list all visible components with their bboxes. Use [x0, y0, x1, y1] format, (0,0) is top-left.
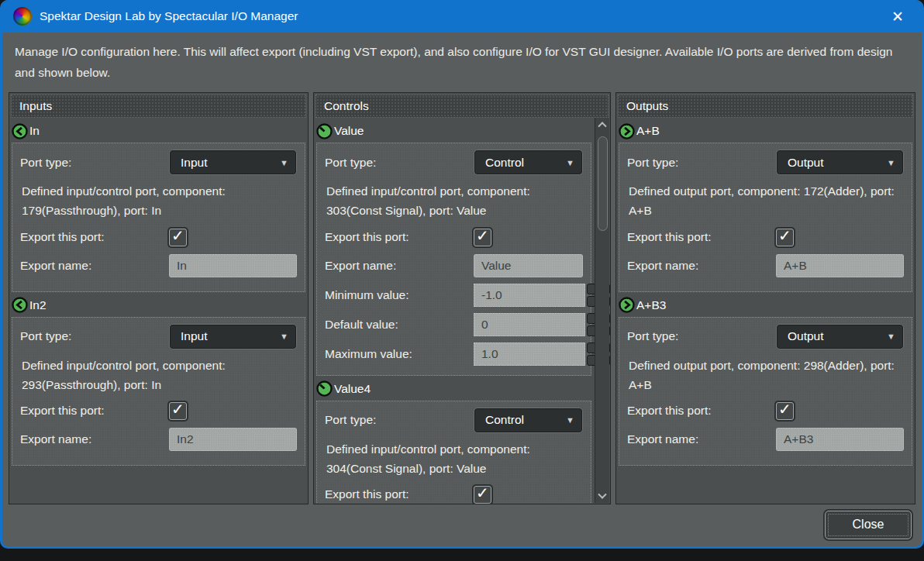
port-type-dropdown[interactable]: Input ▼	[169, 324, 297, 349]
export-port-checkbox[interactable]: ✓	[169, 229, 187, 246]
export-name-row: Export name: In2	[12, 428, 305, 451]
export-port-label: Export this port:	[20, 230, 169, 244]
port-name: A+B3	[636, 298, 666, 312]
port-type-label: Port type:	[20, 329, 169, 343]
port-description: Defined output port, component: 298(Adde…	[619, 356, 912, 398]
default-value-input[interactable]: 0	[474, 313, 585, 336]
minimum-value-input[interactable]: -1.0	[474, 284, 585, 307]
window-close-button[interactable]: ✕	[884, 8, 911, 26]
export-name-input[interactable]: A+B	[776, 254, 904, 277]
port-name: Value4	[334, 382, 371, 396]
export-name-row: Export name: A+B	[619, 254, 912, 277]
outputs-column: Outputs A+B Port type: Output ▼ Defined …	[615, 92, 915, 504]
port-entry-header: In2	[9, 294, 308, 317]
minimum-value-row: Minimum value: -1.0 ▲ ▼	[317, 284, 591, 307]
titlebar: Spektar Design Lab by Spectacular I/O Ma…	[2, 0, 922, 33]
export-name-input[interactable]: In	[169, 254, 297, 277]
export-port-checkbox[interactable]: ✓	[776, 229, 794, 246]
export-port-row: Export this port: ✓	[619, 402, 912, 420]
port-entry-header: Value4	[314, 377, 594, 401]
export-name-label: Export name:	[325, 259, 474, 273]
export-name-row: Export name: In	[12, 254, 305, 277]
io-manager-dialog: Spektar Design Lab by Spectacular I/O Ma…	[0, 0, 924, 549]
export-port-checkbox[interactable]: ✓	[776, 402, 794, 420]
checkmark-icon: ✓	[476, 485, 489, 501]
scroll-up-button[interactable]	[595, 118, 609, 130]
port-type-row: Port type: Control ▼	[317, 150, 591, 175]
export-name-input[interactable]: A+B3	[776, 428, 904, 451]
output-port-icon	[619, 123, 635, 139]
port-entry-body: Port type: Output ▼ Defined output port,…	[619, 317, 912, 466]
controls-scrollbar[interactable]	[595, 118, 609, 503]
port-entry-body: Port type: Control ▼ Defined input/contr…	[316, 143, 591, 375]
export-name-input[interactable]: Value	[474, 254, 583, 277]
port-name: In	[29, 124, 40, 138]
port-entry-body: Port type: Control ▼ Defined input/contr…	[316, 401, 591, 505]
export-port-checkbox[interactable]: ✓	[474, 486, 491, 504]
export-name-label: Export name:	[627, 259, 776, 273]
port-type-dropdown[interactable]: Output ▼	[776, 150, 904, 175]
export-port-label: Export this port:	[325, 487, 474, 501]
scrollbar-thumb[interactable]	[598, 136, 608, 231]
port-name: A+B	[636, 124, 660, 138]
output-port-icon	[619, 297, 635, 313]
export-name-input[interactable]: In2	[169, 428, 297, 451]
default-value-row: Default value: 0 ▲ ▼	[317, 313, 591, 336]
export-port-label: Export this port:	[325, 230, 474, 244]
checkmark-icon: ✓	[476, 228, 489, 243]
inputs-column-header: Inputs	[11, 95, 306, 118]
export-name-label: Export name:	[20, 432, 169, 446]
export-port-label: Export this port:	[20, 404, 169, 418]
intro-text: Manage I/O configuration here. This will…	[2, 33, 922, 86]
port-description: Defined input/control port, component: 3…	[317, 181, 591, 223]
port-description: Defined input/control port, component: 1…	[12, 181, 305, 223]
chevron-down-icon: ▼	[280, 332, 288, 341]
port-type-label: Port type:	[20, 156, 169, 170]
chevron-down-icon: ▼	[887, 158, 895, 167]
export-port-row: Export this port: ✓	[12, 402, 305, 420]
port-type-label: Port type:	[627, 329, 776, 343]
export-port-checkbox[interactable]: ✓	[169, 402, 187, 420]
port-name: In2	[29, 298, 47, 312]
input-port-icon	[12, 123, 28, 139]
export-name-row: Export name: A+B3	[619, 428, 912, 451]
export-port-label: Export this port:	[627, 230, 776, 244]
controls-column-content: Value Port type: Control ▼ Defined input…	[314, 119, 594, 504]
maximum-value-label: Maximum value:	[325, 347, 474, 361]
chevron-down-icon: ▼	[280, 158, 288, 167]
export-port-checkbox[interactable]: ✓	[474, 229, 491, 246]
chevron-up-icon	[598, 122, 606, 130]
control-port-icon	[316, 123, 333, 139]
dialog-footer: Close	[2, 504, 922, 545]
app-logo-spiral-icon	[13, 7, 32, 26]
export-port-row: Export this port: ✓	[317, 486, 591, 504]
control-port-icon	[316, 380, 333, 397]
port-type-dropdown[interactable]: Control ▼	[474, 408, 583, 433]
port-type-label: Port type:	[325, 156, 474, 170]
port-type-dropdown[interactable]: Control ▼	[474, 150, 583, 175]
port-type-row: Port type: Control ▼	[317, 408, 591, 433]
maximum-value-row: Maximum value: 1.0 ▲ ▼	[317, 342, 591, 366]
inputs-column: Inputs In Port type: Input ▼ Defined inp…	[9, 92, 309, 504]
controls-column: Controls Value Port type: Control	[313, 92, 611, 504]
port-type-dropdown[interactable]: Output ▼	[776, 324, 904, 349]
port-entry-header: A+B	[616, 119, 915, 143]
checkmark-icon: ✓	[171, 228, 184, 243]
checkmark-icon: ✓	[171, 401, 184, 417]
port-entry-body: Port type: Output ▼ Defined output port,…	[619, 143, 912, 291]
port-type-label: Port type:	[627, 156, 776, 170]
chevron-down-icon: ▼	[566, 415, 574, 425]
export-name-row: Export name: Value	[317, 254, 591, 277]
columns-container: Inputs In Port type: Input ▼ Defined inp…	[9, 92, 915, 504]
port-type-dropdown[interactable]: Input ▼	[169, 150, 297, 175]
port-entry-body: Port type: Input ▼ Defined input/control…	[12, 143, 305, 291]
export-name-label: Export name:	[627, 432, 776, 446]
input-port-icon	[12, 297, 28, 313]
port-type-row: Port type: Input ▼	[12, 324, 305, 349]
default-value-label: Default value:	[325, 318, 474, 332]
maximum-value-input[interactable]: 1.0	[474, 342, 585, 366]
port-type-row: Port type: Input ▼	[12, 150, 305, 175]
scroll-down-button[interactable]	[595, 490, 609, 503]
close-button[interactable]: Close	[825, 511, 912, 539]
port-name: Value	[334, 124, 364, 138]
